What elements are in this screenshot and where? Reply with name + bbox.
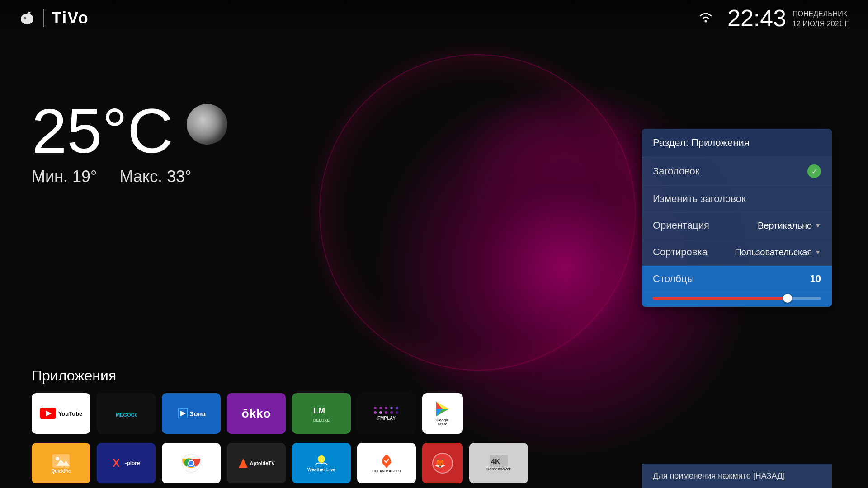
app-cleanmaster[interactable]: CLEAN MASTER [357, 443, 416, 483]
xplore-icon: X [112, 457, 125, 469]
menu-label-header: Заголовок [653, 165, 699, 177]
slider-fill [653, 297, 788, 300]
menu-label-orientation: Ориентация [653, 220, 709, 231]
menu-item-orientation[interactable]: Ориентация Вертикально ▼ [642, 212, 832, 239]
sort-value: Пользовательская ▼ [735, 247, 821, 258]
context-menu: Раздел: Приложения Заголовок ✓ Изменить … [642, 129, 832, 307]
date-info: ПОНЕДЕЛЬНИК 12 ИЮЛЯ 2021 Г. [793, 6, 850, 29]
youtube-label: YouTube [58, 410, 83, 417]
cleanmaster-label: CLEAN MASTER [372, 469, 401, 473]
svg-point-1 [24, 17, 26, 19]
fmplay-dots [374, 407, 399, 414]
app-4k-screensaver[interactable]: 4K Screensaver [469, 443, 528, 483]
chrome-icon [181, 453, 201, 473]
gplay-label: Google [436, 418, 449, 422]
temperature: 25°C [32, 99, 173, 163]
weather-minmax: Мин. 19° Макс. 33° [32, 167, 227, 186]
orientation-value: Вертикально ▼ [758, 221, 821, 231]
svg-text:X: X [113, 457, 120, 469]
xplore-label: -plore [125, 460, 140, 466]
svg-point-23 [318, 455, 325, 463]
menu-item-sort[interactable]: Сортировка Пользовательская ▼ [642, 239, 832, 266]
gplay-label2: Store [438, 422, 447, 426]
weather-main: 25°C [32, 99, 227, 163]
clock: 22:43 [727, 6, 786, 30]
notice-text: Для применения нажмите [НАЗАД] [653, 471, 785, 480]
app-aptoide[interactable]: AptoideTV [227, 443, 286, 483]
columns-value: 10 [810, 273, 821, 285]
app-weather-live[interactable]: Weather Live [292, 443, 351, 483]
fmplay-label: FMPLAY [377, 416, 396, 421]
quickpic-label: QuickPic [52, 469, 71, 474]
app-chrome[interactable] [162, 443, 221, 483]
menu-item-columns[interactable]: Столбцы 10 [642, 266, 832, 292]
4k-icon: 4K [490, 455, 508, 467]
zona-icon [177, 407, 189, 420]
app-youtube[interactable]: YouTube [32, 393, 90, 434]
youtube-icon [40, 408, 56, 419]
date-text: 12 ИЮЛЯ 2021 Г. [793, 19, 850, 29]
context-menu-header: Раздел: Приложения [642, 129, 832, 157]
4k-label: Screensaver [486, 467, 511, 471]
tivo-bird-icon [18, 9, 36, 27]
check-icon: ✓ [807, 164, 821, 178]
zona-label: Зона [189, 410, 206, 418]
aptoide-label: AptoideTV [250, 460, 275, 466]
svg-text:4K: 4K [491, 458, 500, 465]
aptoide-icon [238, 458, 248, 468]
slider-container[interactable] [642, 292, 832, 307]
header-right: 22:43 ПОНЕДЕЛЬНИК 12 ИЮЛЯ 2021 Г. [698, 6, 850, 30]
section-title: Приложения [32, 367, 116, 384]
svg-point-21 [189, 461, 193, 465]
menu-item-change-header[interactable]: Изменить заголовок [642, 186, 832, 212]
apps-row-1: YouTube MEGOGO Зона ōkko LM [32, 393, 868, 434]
cleanmaster-icon [378, 454, 395, 469]
tivo-divider [43, 9, 44, 27]
svg-text:LM: LM [313, 406, 325, 415]
slider-track [653, 297, 821, 300]
orientation-arrow: ▼ [815, 222, 821, 229]
svg-marker-22 [239, 459, 248, 468]
app-megogo[interactable]: MEGOGO [97, 393, 156, 434]
app-fast[interactable]: 🦊 [422, 443, 463, 483]
lm-deluxe-label: DELUXE [313, 418, 330, 422]
app-zona[interactable]: Зона [162, 393, 221, 434]
weather-live-label: Weather Live [307, 467, 335, 472]
app-fmplay[interactable]: FMPLAY [357, 393, 416, 434]
day-name: ПОНЕДЕЛЬНИК [793, 9, 850, 19]
svg-point-0 [21, 14, 33, 24]
bottom-notice: Для применения нажмите [НАЗАД] [642, 464, 832, 488]
app-lm[interactable]: LM DELUXE [292, 393, 351, 434]
quickpic-icon [52, 453, 71, 469]
app-okko[interactable]: ōkko [227, 393, 286, 434]
svg-text:MEGOGO: MEGOGO [116, 412, 137, 418]
gplay-icon [434, 401, 451, 417]
tivo-logo: TiVo [18, 9, 89, 28]
weather-section: 25°C Мин. 19° Макс. 33° [32, 99, 227, 186]
header: TiVo 22:43 ПОНЕДЕЛЬНИК 12 ИЮЛЯ 2021 Г. [0, 0, 868, 36]
app-quickpic[interactable]: QuickPic [32, 443, 90, 483]
menu-item-header[interactable]: Заголовок ✓ [642, 157, 832, 186]
tivo-text: TiVo [52, 9, 89, 28]
app-gplay[interactable]: Google Store [422, 393, 463, 434]
megogo-icon: MEGOGO [115, 407, 137, 420]
weather-live-icon [313, 455, 330, 467]
menu-label-columns: Столбцы [653, 273, 694, 285]
menu-label-change-header: Изменить заголовок [653, 193, 746, 205]
app-xplore[interactable]: X -plore [97, 443, 156, 483]
time-display: 22:43 ПОНЕДЕЛЬНИК 12 ИЮЛЯ 2021 Г. [727, 6, 850, 30]
slider-thumb [783, 294, 792, 303]
moon-icon [187, 104, 227, 145]
fast-icon: 🦊 [431, 452, 454, 474]
sort-arrow: ▼ [815, 249, 821, 256]
lm-icon: LM [312, 404, 330, 418]
menu-label-sort: Сортировка [653, 246, 708, 258]
wifi-icon [698, 10, 714, 26]
svg-point-2 [704, 20, 707, 22]
temp-max: Макс. 33° [119, 167, 191, 186]
svg-point-16 [56, 457, 59, 460]
okko-label: ōkko [242, 407, 271, 421]
svg-text:🦊: 🦊 [434, 458, 446, 469]
bg-ring [319, 54, 636, 371]
temp-min: Мин. 19° [32, 167, 97, 186]
